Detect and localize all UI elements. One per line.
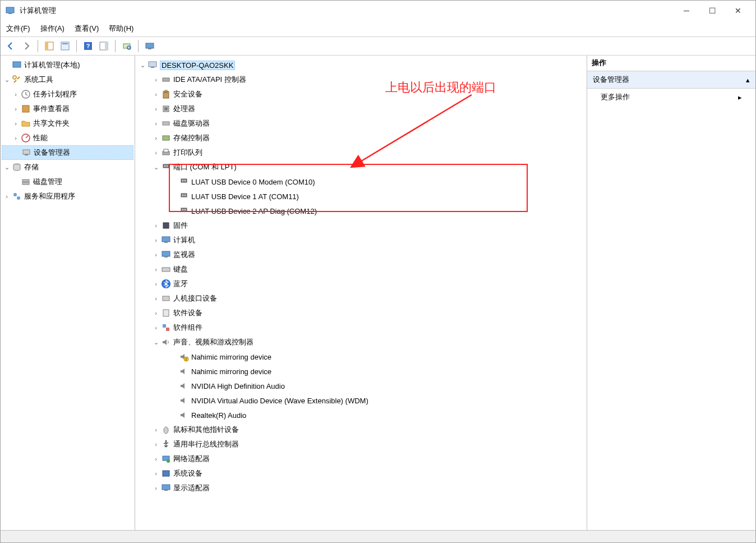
svg-rect-50 xyxy=(162,237,170,242)
chevron-right-icon[interactable]: › xyxy=(152,222,160,229)
svg-rect-66 xyxy=(163,471,169,476)
chevron-right-icon[interactable]: › xyxy=(12,91,20,98)
minimize-button[interactable]: ─ xyxy=(674,1,699,21)
device-computer[interactable]: ›计算机 xyxy=(136,233,586,247)
device-mouse[interactable]: ›鼠标和其他指针设备 xyxy=(136,422,586,437)
actions-header: 操作 xyxy=(587,56,755,71)
chevron-right-icon[interactable]: › xyxy=(152,105,160,112)
chevron-right-icon[interactable]: › xyxy=(152,485,160,491)
device-ide[interactable]: ›IDE ATA/ATAPI 控制器 xyxy=(136,72,586,87)
chevron-right-icon[interactable]: › xyxy=(152,251,160,258)
device-port-com12[interactable]: ›LUAT USB Device 2 AP Diag (COM12) xyxy=(136,204,586,218)
device-monitor[interactable]: ›监视器 xyxy=(136,247,586,262)
chevron-right-icon[interactable]: › xyxy=(12,105,20,112)
tree-item-performance[interactable]: › 性能 xyxy=(2,131,133,145)
device-sound-item[interactable]: ›NVIDIA Virtual Audio Device (Wave Exten… xyxy=(136,393,586,408)
device-software-components[interactable]: ›软件组件 xyxy=(136,320,586,335)
actions-more[interactable]: 更多操作 ▸ xyxy=(587,89,755,105)
device-hid[interactable]: ›人机接口设备 xyxy=(136,291,586,306)
tree-item-system-tools[interactable]: ⌄ 系统工具 xyxy=(2,72,133,87)
chevron-down-icon[interactable]: ⌄ xyxy=(152,339,160,346)
chevron-down-icon[interactable]: ⌄ xyxy=(152,164,160,171)
action-pane-button[interactable] xyxy=(97,39,110,53)
device-root[interactable]: ⌄ DESKTOP-QAO2SKK xyxy=(136,58,586,72)
device-sound-item[interactable]: ›!Nahimic mirroring device xyxy=(136,349,586,364)
device-disk-drives[interactable]: ›磁盘驱动器 xyxy=(136,116,586,131)
tree-item-root[interactable]: ▸ 计算机管理(本地) xyxy=(2,58,133,72)
device-security[interactable]: ›安全设备 xyxy=(136,87,586,102)
chevron-right-icon[interactable]: › xyxy=(152,91,160,98)
nav-back-button[interactable] xyxy=(4,39,17,53)
chevron-down-icon[interactable]: ⌄ xyxy=(139,62,146,69)
tree-label: 任务计划程序 xyxy=(33,89,77,99)
maximize-button[interactable]: ☐ xyxy=(699,1,725,21)
left-tree-panel[interactable]: ▸ 计算机管理(本地) ⌄ 系统工具 › 任务计划程序 › 事件查看器 › xyxy=(1,56,135,530)
device-sound[interactable]: ⌄声音、视频和游戏控制器 xyxy=(136,335,586,349)
device-software-devices[interactable]: ›软件设备 xyxy=(136,306,586,320)
chevron-right-icon[interactable]: › xyxy=(3,193,11,200)
device-display[interactable]: ›显示适配器 xyxy=(136,481,586,495)
monitors-button[interactable] xyxy=(143,39,156,53)
device-bluetooth[interactable]: ›蓝牙 xyxy=(136,277,586,291)
chevron-right-icon[interactable]: › xyxy=(152,310,160,316)
device-port-com11[interactable]: ›LUAT USB Device 1 AT (COM11) xyxy=(136,189,586,204)
tree-item-disk-mgmt[interactable]: › 磁盘管理 xyxy=(2,174,133,189)
device-label: LUAT USB Device 1 AT (COM11) xyxy=(191,192,299,201)
storage-ctrl-icon xyxy=(161,133,171,143)
chevron-right-icon[interactable]: › xyxy=(152,149,160,156)
nav-forward-button[interactable] xyxy=(20,39,33,53)
device-network[interactable]: ›网络适配器 xyxy=(136,452,586,466)
chevron-down-icon[interactable]: ⌄ xyxy=(3,164,11,171)
device-print-queue[interactable]: ›打印队列 xyxy=(136,145,586,160)
device-usb[interactable]: ›通用串行总线控制器 xyxy=(136,437,586,452)
close-button[interactable]: ✕ xyxy=(725,1,751,21)
tree-item-services-apps[interactable]: › 服务和应用程序 xyxy=(2,189,133,204)
chevron-right-icon[interactable]: › xyxy=(12,120,20,127)
device-ports[interactable]: ⌄端口 (COM 和 LPT) xyxy=(136,160,586,174)
chevron-right-icon[interactable]: › xyxy=(152,237,160,243)
device-sound-item[interactable]: ›Realtek(R) Audio xyxy=(136,408,586,422)
collapse-icon[interactable]: ▴ xyxy=(746,76,750,84)
chevron-right-icon[interactable]: › xyxy=(152,324,160,331)
chevron-right-icon[interactable]: › xyxy=(152,76,160,83)
tree-item-device-manager[interactable]: › 设备管理器 xyxy=(2,145,133,160)
show-hide-tree-button[interactable] xyxy=(43,39,56,53)
device-label: 鼠标和其他指针设备 xyxy=(173,425,239,435)
actions-device-mgr[interactable]: 设备管理器 ▴ xyxy=(587,71,755,89)
device-storage-ctrl[interactable]: ›存储控制器 xyxy=(136,131,586,145)
properties-button[interactable] xyxy=(58,39,72,53)
device-keyboard[interactable]: ›键盘 xyxy=(136,262,586,277)
chevron-right-icon[interactable]: › xyxy=(152,120,160,127)
device-sound-item[interactable]: ›NVIDIA High Definition Audio xyxy=(136,379,586,393)
scan-hardware-button[interactable] xyxy=(120,39,133,53)
menu-action[interactable]: 操作(A) xyxy=(40,24,64,34)
device-port-com10[interactable]: ›LUAT USB Device 0 Modem (COM10) xyxy=(136,174,586,189)
chevron-right-icon[interactable]: › xyxy=(152,426,160,433)
chevron-right-icon[interactable]: › xyxy=(12,135,20,141)
tree-item-task-scheduler[interactable]: › 任务计划程序 xyxy=(2,87,133,102)
device-system-devices[interactable]: ›系统设备 xyxy=(136,466,586,481)
chevron-right-icon[interactable]: › xyxy=(152,266,160,273)
menu-view[interactable]: 查看(V) xyxy=(75,24,99,34)
device-processor[interactable]: ›处理器 xyxy=(136,102,586,116)
device-label: Nahimic mirroring device xyxy=(191,367,271,376)
menu-help[interactable]: 帮助(H) xyxy=(109,24,133,34)
chevron-right-icon[interactable]: › xyxy=(152,280,160,287)
chevron-right-icon[interactable]: › xyxy=(152,295,160,302)
svg-point-38 xyxy=(164,165,165,167)
help-button[interactable]: ? xyxy=(81,39,95,53)
tree-item-shared-folders[interactable]: › 共享文件夹 xyxy=(2,116,133,131)
chevron-right-icon[interactable]: › xyxy=(152,455,160,462)
device-label: 安全设备 xyxy=(173,89,202,99)
tree-item-storage[interactable]: ⌄ 存储 xyxy=(2,160,133,174)
device-firmware[interactable]: ›固件 xyxy=(136,218,586,233)
menu-file[interactable]: 文件(F) xyxy=(6,24,30,34)
chevron-right-icon[interactable]: › xyxy=(152,135,160,141)
chevron-right-icon[interactable]: › xyxy=(152,441,160,448)
chevron-right-icon[interactable]: › xyxy=(152,470,160,477)
computer-icon xyxy=(147,60,158,70)
device-sound-item[interactable]: ›Nahimic mirroring device xyxy=(136,364,586,379)
device-tree-panel[interactable]: ⌄ DESKTOP-QAO2SKK ›IDE ATA/ATAPI 控制器 ›安全… xyxy=(135,56,587,530)
chevron-down-icon[interactable]: ⌄ xyxy=(3,76,11,84)
tree-item-event-viewer[interactable]: › 事件查看器 xyxy=(2,102,133,116)
